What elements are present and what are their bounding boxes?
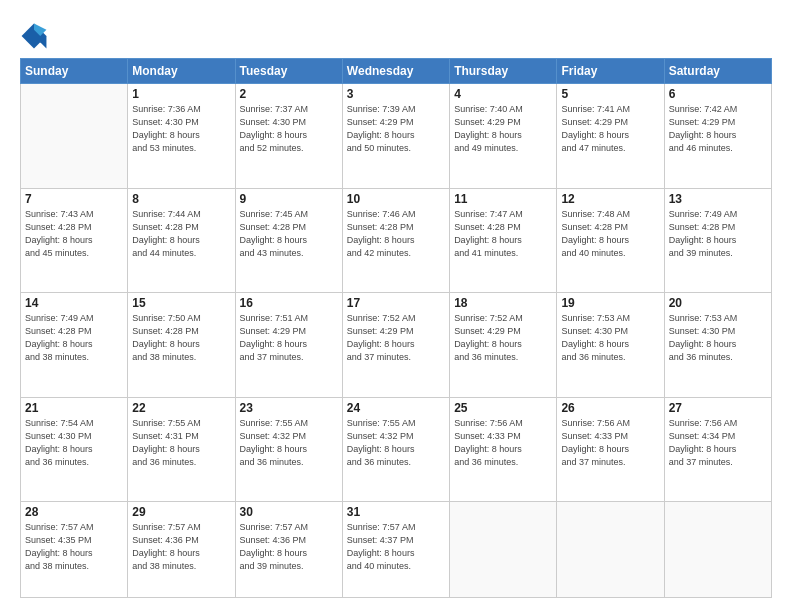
calendar-cell: 3Sunrise: 7:39 AMSunset: 4:29 PMDaylight…: [342, 84, 449, 189]
day-info: Sunrise: 7:41 AMSunset: 4:29 PMDaylight:…: [561, 103, 659, 155]
day-info: Sunrise: 7:37 AMSunset: 4:30 PMDaylight:…: [240, 103, 338, 155]
calendar-cell: 22Sunrise: 7:55 AMSunset: 4:31 PMDayligh…: [128, 397, 235, 502]
day-info: Sunrise: 7:45 AMSunset: 4:28 PMDaylight:…: [240, 208, 338, 260]
calendar-cell: 8Sunrise: 7:44 AMSunset: 4:28 PMDaylight…: [128, 188, 235, 293]
calendar-cell: 23Sunrise: 7:55 AMSunset: 4:32 PMDayligh…: [235, 397, 342, 502]
calendar-cell: [664, 502, 771, 598]
day-number: 30: [240, 505, 338, 519]
calendar-cell: 14Sunrise: 7:49 AMSunset: 4:28 PMDayligh…: [21, 293, 128, 398]
day-number: 2: [240, 87, 338, 101]
week-row-2: 7Sunrise: 7:43 AMSunset: 4:28 PMDaylight…: [21, 188, 772, 293]
day-info: Sunrise: 7:56 AMSunset: 4:33 PMDaylight:…: [454, 417, 552, 469]
day-info: Sunrise: 7:44 AMSunset: 4:28 PMDaylight:…: [132, 208, 230, 260]
day-info: Sunrise: 7:51 AMSunset: 4:29 PMDaylight:…: [240, 312, 338, 364]
day-info: Sunrise: 7:49 AMSunset: 4:28 PMDaylight:…: [25, 312, 123, 364]
day-info: Sunrise: 7:48 AMSunset: 4:28 PMDaylight:…: [561, 208, 659, 260]
day-number: 10: [347, 192, 445, 206]
page: SundayMondayTuesdayWednesdayThursdayFrid…: [0, 0, 792, 612]
day-info: Sunrise: 7:46 AMSunset: 4:28 PMDaylight:…: [347, 208, 445, 260]
day-info: Sunrise: 7:57 AMSunset: 4:37 PMDaylight:…: [347, 521, 445, 573]
week-row-5: 28Sunrise: 7:57 AMSunset: 4:35 PMDayligh…: [21, 502, 772, 598]
weekday-header-monday: Monday: [128, 59, 235, 84]
day-info: Sunrise: 7:57 AMSunset: 4:35 PMDaylight:…: [25, 521, 123, 573]
day-number: 9: [240, 192, 338, 206]
day-number: 14: [25, 296, 123, 310]
weekday-header-sunday: Sunday: [21, 59, 128, 84]
header: [20, 18, 772, 50]
day-info: Sunrise: 7:42 AMSunset: 4:29 PMDaylight:…: [669, 103, 767, 155]
day-info: Sunrise: 7:47 AMSunset: 4:28 PMDaylight:…: [454, 208, 552, 260]
day-number: 29: [132, 505, 230, 519]
day-number: 12: [561, 192, 659, 206]
calendar-cell: 25Sunrise: 7:56 AMSunset: 4:33 PMDayligh…: [450, 397, 557, 502]
day-number: 13: [669, 192, 767, 206]
logo-icon: [20, 22, 48, 50]
calendar-cell: 5Sunrise: 7:41 AMSunset: 4:29 PMDaylight…: [557, 84, 664, 189]
calendar-cell: 18Sunrise: 7:52 AMSunset: 4:29 PMDayligh…: [450, 293, 557, 398]
day-number: 16: [240, 296, 338, 310]
svg-marker-2: [40, 36, 46, 48]
calendar-cell: 10Sunrise: 7:46 AMSunset: 4:28 PMDayligh…: [342, 188, 449, 293]
day-info: Sunrise: 7:53 AMSunset: 4:30 PMDaylight:…: [561, 312, 659, 364]
weekday-header-row: SundayMondayTuesdayWednesdayThursdayFrid…: [21, 59, 772, 84]
day-number: 24: [347, 401, 445, 415]
weekday-header-friday: Friday: [557, 59, 664, 84]
calendar-cell: 20Sunrise: 7:53 AMSunset: 4:30 PMDayligh…: [664, 293, 771, 398]
day-number: 18: [454, 296, 552, 310]
calendar-table: SundayMondayTuesdayWednesdayThursdayFrid…: [20, 58, 772, 598]
day-number: 1: [132, 87, 230, 101]
calendar-cell: 15Sunrise: 7:50 AMSunset: 4:28 PMDayligh…: [128, 293, 235, 398]
day-number: 6: [669, 87, 767, 101]
calendar-cell: 12Sunrise: 7:48 AMSunset: 4:28 PMDayligh…: [557, 188, 664, 293]
day-number: 20: [669, 296, 767, 310]
day-number: 4: [454, 87, 552, 101]
day-number: 11: [454, 192, 552, 206]
day-number: 28: [25, 505, 123, 519]
day-number: 31: [347, 505, 445, 519]
day-number: 21: [25, 401, 123, 415]
day-info: Sunrise: 7:53 AMSunset: 4:30 PMDaylight:…: [669, 312, 767, 364]
calendar-cell: 26Sunrise: 7:56 AMSunset: 4:33 PMDayligh…: [557, 397, 664, 502]
day-number: 25: [454, 401, 552, 415]
calendar-cell: 7Sunrise: 7:43 AMSunset: 4:28 PMDaylight…: [21, 188, 128, 293]
day-number: 5: [561, 87, 659, 101]
day-info: Sunrise: 7:52 AMSunset: 4:29 PMDaylight:…: [454, 312, 552, 364]
day-info: Sunrise: 7:50 AMSunset: 4:28 PMDaylight:…: [132, 312, 230, 364]
calendar-cell: [557, 502, 664, 598]
calendar-cell: 13Sunrise: 7:49 AMSunset: 4:28 PMDayligh…: [664, 188, 771, 293]
weekday-header-wednesday: Wednesday: [342, 59, 449, 84]
calendar-cell: 6Sunrise: 7:42 AMSunset: 4:29 PMDaylight…: [664, 84, 771, 189]
calendar-cell: 28Sunrise: 7:57 AMSunset: 4:35 PMDayligh…: [21, 502, 128, 598]
day-info: Sunrise: 7:56 AMSunset: 4:33 PMDaylight:…: [561, 417, 659, 469]
weekday-header-tuesday: Tuesday: [235, 59, 342, 84]
day-number: 3: [347, 87, 445, 101]
day-info: Sunrise: 7:40 AMSunset: 4:29 PMDaylight:…: [454, 103, 552, 155]
day-info: Sunrise: 7:49 AMSunset: 4:28 PMDaylight:…: [669, 208, 767, 260]
logo: [20, 22, 52, 50]
weekday-header-thursday: Thursday: [450, 59, 557, 84]
calendar-cell: 9Sunrise: 7:45 AMSunset: 4:28 PMDaylight…: [235, 188, 342, 293]
day-info: Sunrise: 7:55 AMSunset: 4:32 PMDaylight:…: [240, 417, 338, 469]
week-row-3: 14Sunrise: 7:49 AMSunset: 4:28 PMDayligh…: [21, 293, 772, 398]
calendar-cell: 16Sunrise: 7:51 AMSunset: 4:29 PMDayligh…: [235, 293, 342, 398]
day-number: 15: [132, 296, 230, 310]
day-info: Sunrise: 7:57 AMSunset: 4:36 PMDaylight:…: [132, 521, 230, 573]
day-number: 8: [132, 192, 230, 206]
day-info: Sunrise: 7:52 AMSunset: 4:29 PMDaylight:…: [347, 312, 445, 364]
day-info: Sunrise: 7:55 AMSunset: 4:32 PMDaylight:…: [347, 417, 445, 469]
day-number: 22: [132, 401, 230, 415]
day-number: 17: [347, 296, 445, 310]
day-info: Sunrise: 7:43 AMSunset: 4:28 PMDaylight:…: [25, 208, 123, 260]
day-number: 7: [25, 192, 123, 206]
day-info: Sunrise: 7:56 AMSunset: 4:34 PMDaylight:…: [669, 417, 767, 469]
calendar-cell: 29Sunrise: 7:57 AMSunset: 4:36 PMDayligh…: [128, 502, 235, 598]
calendar-cell: 2Sunrise: 7:37 AMSunset: 4:30 PMDaylight…: [235, 84, 342, 189]
calendar-cell: [21, 84, 128, 189]
calendar-cell: 4Sunrise: 7:40 AMSunset: 4:29 PMDaylight…: [450, 84, 557, 189]
calendar-cell: 19Sunrise: 7:53 AMSunset: 4:30 PMDayligh…: [557, 293, 664, 398]
day-number: 27: [669, 401, 767, 415]
calendar-cell: 30Sunrise: 7:57 AMSunset: 4:36 PMDayligh…: [235, 502, 342, 598]
calendar-cell: [450, 502, 557, 598]
weekday-header-saturday: Saturday: [664, 59, 771, 84]
calendar-cell: 17Sunrise: 7:52 AMSunset: 4:29 PMDayligh…: [342, 293, 449, 398]
